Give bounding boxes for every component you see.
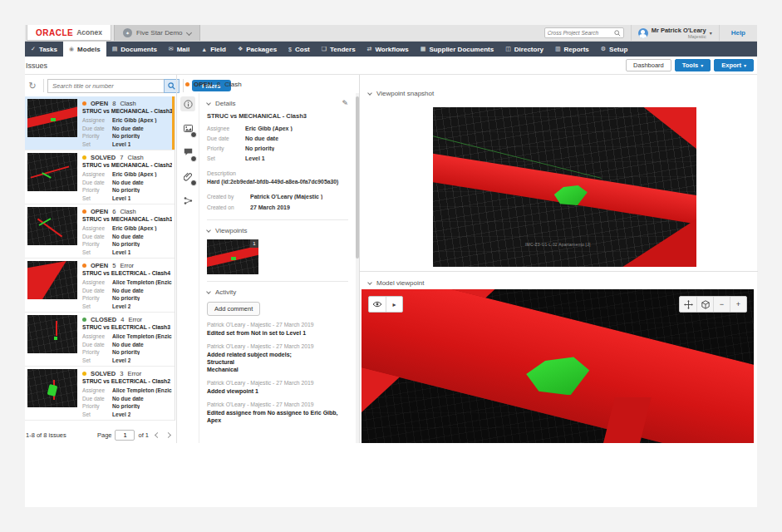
nav-item-setup[interactable]: ⚙ Setup: [595, 42, 634, 57]
page-header: Issues Dashboard Tools▾ Export▾: [25, 57, 757, 75]
model-viewpoint-header[interactable]: Model viewpoint: [360, 276, 757, 289]
count-badge: [190, 155, 197, 162]
nav-item-models[interactable]: ◉ Models: [63, 42, 106, 57]
viewpoint-thumbnail[interactable]: 1: [207, 239, 258, 274]
packages-icon: ❖: [238, 46, 243, 52]
issue-status: OPEN: [91, 100, 108, 107]
field-value: No due date: [112, 234, 144, 239]
cross-project-search-input[interactable]: [548, 30, 614, 36]
issue-list-item[interactable]: SOLVED 7 Clash STRUC vs MECHANICAL - Cla…: [25, 150, 175, 204]
divider: [207, 281, 348, 282]
nav-item-workflows[interactable]: ⇄ Workflows: [361, 42, 415, 57]
issue-list-item[interactable]: OPEN 6 Clash STRUC vs MECHANICAL - Clash…: [25, 204, 175, 259]
nav-item-label: Setup: [609, 46, 627, 53]
aconex-app-window: ORACLE Aconex ✶ Five Star Demo Mr Patric…: [25, 25, 757, 507]
previous-page-icon[interactable]: [155, 432, 160, 438]
user-organization: Majestic: [652, 34, 706, 39]
activity-text: Edited assignee from No assignee to Eric…: [207, 409, 348, 424]
issue-thumbnail: [27, 315, 77, 353]
zoom-out-icon[interactable]: −: [713, 297, 730, 312]
dashboard-button[interactable]: Dashboard: [626, 59, 671, 71]
field-label: Set: [82, 249, 112, 255]
issue-title: STRUC vs ELECTRICAL - Clash2: [82, 378, 172, 387]
help-link[interactable]: Help: [719, 25, 757, 41]
zoom-in-icon[interactable]: +: [730, 297, 746, 312]
comments-tab-icon[interactable]: [180, 145, 195, 160]
field-value: Alice Templeton (Enzic...: [112, 279, 172, 285]
issue-list-item[interactable]: CLOSED 4 Error STRUC vs ELECTRICAL - Cla…: [25, 313, 175, 367]
visibility-eye-icon[interactable]: [369, 297, 386, 312]
nav-item-tenders[interactable]: ❑ Tenders: [316, 42, 361, 57]
page-number-input[interactable]: [115, 430, 135, 441]
info-tab-icon[interactable]: [180, 96, 195, 111]
page-label: Page: [97, 431, 112, 439]
nav-item-directory[interactable]: ◫ Directory: [499, 42, 549, 57]
oracle-aconex-logo[interactable]: ORACLE Aconex: [27, 25, 111, 41]
nav-item-cost[interactable]: $ Cost: [283, 42, 316, 57]
nav-item-documents[interactable]: ▤ Documents: [106, 42, 163, 57]
viewpoints-section-header[interactable]: Viewpoints: [207, 224, 348, 237]
attachments-tab-icon[interactable]: [180, 169, 195, 184]
cross-project-search[interactable]: [544, 27, 624, 38]
nav-item-field[interactable]: ▲ Field: [195, 42, 232, 57]
field-value: Eric Gibb (Apex ): [245, 126, 293, 131]
related-models-tab-icon[interactable]: [180, 193, 195, 208]
search-icon[interactable]: [614, 30, 621, 37]
detail-number: 8: [217, 81, 220, 88]
user-menu[interactable]: Mr Patrick O'Leary Majestic ▾: [631, 25, 719, 41]
status-dot: [82, 372, 86, 376]
issue-list-item[interactable]: OPEN 8 Clash STRUC vs MECHANICAL - Clash…: [25, 96, 175, 150]
field-label: Due date: [207, 135, 245, 141]
add-comment-button[interactable]: Add comment: [207, 302, 260, 316]
field-label: Due date: [82, 342, 112, 347]
nav-item-label: Packages: [246, 46, 277, 53]
activity-text: Added viewpoint 1: [207, 387, 348, 395]
reports-icon: ▥: [555, 46, 561, 52]
field-value: Level 1: [245, 155, 265, 161]
field-value: Alice Templeton (Enzic...: [112, 333, 172, 339]
nav-item-packages[interactable]: ❖ Packages: [232, 42, 283, 57]
viewpoint-snapshot-header[interactable]: Viewpoint snapshot: [360, 86, 757, 100]
field-value: No priority: [112, 187, 140, 193]
field-label: Priority: [82, 241, 112, 247]
chevron-down-icon: [367, 280, 372, 285]
project-icon: ✶: [123, 28, 132, 37]
nav-item-tasks[interactable]: ✓ Tasks: [25, 42, 63, 57]
chevron-down-icon: [206, 289, 211, 294]
viewpoints-tab-icon[interactable]: [180, 121, 195, 135]
field-label: Set: [82, 303, 112, 309]
field-label: Set: [82, 357, 112, 363]
nav-item-label: Tenders: [330, 46, 356, 53]
field-value: No due date: [112, 342, 144, 347]
field-value: No due date: [245, 135, 278, 141]
field-label: Due date: [82, 180, 112, 185]
top-bar: ORACLE Aconex ✶ Five Star Demo Mr Patric…: [25, 25, 757, 42]
status-dot: [82, 155, 86, 160]
issue-type: Error: [127, 370, 141, 377]
issue-status: SOLVED: [91, 154, 116, 161]
issue-thumbnail: [27, 369, 77, 407]
issue-list-item[interactable]: SOLVED 3 Error STRUC vs ELECTRICAL - Cla…: [25, 367, 175, 421]
created-on-label: Created on: [207, 204, 250, 210]
nav-item-label: Documents: [120, 46, 157, 53]
nav-item-mail[interactable]: ✉ Mail: [163, 42, 195, 57]
issue-list-item[interactable]: OPEN 5 Error STRUC vs ELECTRICAL - Clash…: [25, 259, 175, 313]
nav-item-label: Reports: [564, 46, 589, 53]
activity-meta: Patrick O'Leary - Majestic - 27 March 20…: [207, 343, 348, 349]
edit-pencil-icon[interactable]: ✎: [342, 99, 348, 107]
activity-text: Added related subject models;: [207, 351, 348, 358]
refresh-icon[interactable]: ↻: [25, 81, 40, 91]
export-button[interactable]: Export▾: [714, 59, 754, 71]
model-viewport[interactable]: ▸ − +: [361, 289, 754, 443]
project-selector[interactable]: ✶ Five Star Demo: [114, 25, 200, 41]
next-page-icon[interactable]: [165, 432, 171, 438]
issue-search-input[interactable]: [47, 79, 164, 93]
pan-icon[interactable]: [680, 297, 696, 312]
orbit-cube-icon[interactable]: [696, 297, 713, 312]
details-section-header[interactable]: Details ✎: [207, 96, 348, 110]
activity-section-header[interactable]: Activity: [207, 285, 348, 298]
tools-button[interactable]: Tools▾: [675, 59, 711, 71]
expand-panel-icon[interactable]: ▸: [386, 297, 402, 312]
nav-item-supplier-documents[interactable]: ▦ Supplier Documents: [415, 42, 499, 57]
nav-item-reports[interactable]: ▥ Reports: [549, 42, 595, 57]
